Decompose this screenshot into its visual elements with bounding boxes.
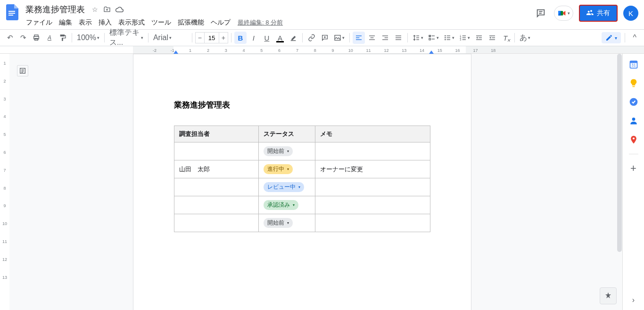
doc-title[interactable]: 業務進捗管理表 — [23, 3, 88, 16]
menu-help[interactable]: ヘルプ — [207, 17, 234, 29]
account-avatar[interactable]: K — [623, 6, 638, 21]
cell-memo[interactable]: オーナーに変更 — [315, 160, 430, 178]
text-color-button[interactable]: A — [274, 32, 286, 44]
zoom-select[interactable]: 100% — [75, 32, 101, 44]
numbered-list-button[interactable]: 123 — [457, 32, 472, 44]
explore-button[interactable] — [600, 287, 617, 304]
status-chip[interactable]: レビュー中 — [264, 182, 304, 192]
table-row[interactable]: 開始前 — [174, 142, 430, 160]
table-row[interactable]: レビュー中 — [174, 178, 430, 196]
indent-inc-button[interactable] — [486, 32, 498, 44]
status-chip[interactable]: 進行中 — [264, 164, 293, 174]
th-status[interactable]: ステータス — [259, 126, 315, 142]
cell-status[interactable]: 開始前 — [259, 214, 315, 232]
clear-format-button[interactable]: T✕ — [499, 32, 512, 44]
cell-memo[interactable] — [315, 214, 430, 232]
status-chip[interactable]: 承認済み — [264, 200, 298, 210]
menu-extensions[interactable]: 拡張機能 — [174, 17, 207, 29]
underline-button[interactable]: U — [261, 32, 273, 44]
highlight-button[interactable] — [287, 32, 299, 44]
cell-assignee[interactable]: 山田 太郎 — [174, 160, 259, 178]
svg-rect-30 — [429, 38, 430, 40]
svg-rect-57 — [632, 86, 635, 87]
hide-menus-button[interactable]: ^ — [629, 32, 640, 44]
svg-point-34 — [445, 37, 446, 39]
cloud-icon[interactable] — [114, 4, 124, 15]
redo-button[interactable]: ↷ — [17, 32, 29, 44]
sidepanel-collapse-icon[interactable]: › — [632, 296, 635, 304]
status-chip[interactable]: 開始前 — [264, 218, 293, 228]
doc-heading[interactable]: 業務進捗管理表 — [174, 100, 430, 110]
tasks-icon[interactable] — [629, 97, 638, 107]
fontsize-inc[interactable]: + — [219, 32, 228, 43]
comment-history-icon[interactable] — [533, 6, 548, 21]
menu-format[interactable]: 表示形式 — [115, 17, 148, 29]
align-justify-button[interactable] — [392, 32, 405, 44]
bullet-list-button[interactable] — [442, 32, 456, 44]
svg-rect-33 — [447, 35, 450, 36]
undo-button[interactable]: ↶ — [4, 32, 16, 44]
fontsize-input[interactable] — [205, 32, 219, 43]
doc-table[interactable]: 調査担当者 ステータス メモ 開始前 山田 太郎 進行中 オーナーに変更 レビュ… — [174, 126, 430, 232]
th-memo[interactable]: メモ — [315, 126, 430, 142]
checklist-button[interactable] — [426, 32, 441, 44]
fontsize-dec[interactable]: − — [195, 32, 205, 43]
table-header-row[interactable]: 調査担当者 ステータス メモ — [174, 126, 430, 142]
cell-assignee[interactable] — [174, 214, 259, 232]
menu-insert[interactable]: 挿入 — [95, 17, 115, 29]
calendar-icon[interactable]: 31 — [629, 59, 638, 69]
comment-button[interactable] — [319, 32, 331, 44]
paint-format-button[interactable] — [57, 32, 69, 44]
cell-status[interactable]: 開始前 — [259, 142, 315, 160]
styles-select[interactable]: 標準テキス... — [107, 32, 145, 44]
cell-status[interactable]: 進行中 — [259, 160, 315, 178]
status-chip[interactable]: 開始前 — [264, 146, 293, 156]
menu-tools[interactable]: ツール — [148, 17, 174, 29]
outline-toggle-icon[interactable] — [17, 65, 28, 76]
link-button[interactable] — [305, 32, 318, 44]
addons-icon[interactable]: + — [629, 164, 638, 173]
menu-view[interactable]: 表示 — [75, 17, 95, 29]
bold-button[interactable]: B — [234, 32, 247, 44]
cell-assignee[interactable] — [174, 196, 259, 214]
star-icon[interactable]: ☆ — [90, 4, 100, 15]
menu-edit[interactable]: 編集 — [56, 17, 75, 29]
vertical-scrollbar[interactable] — [617, 54, 622, 310]
indent-dec-button[interactable] — [473, 32, 485, 44]
ime-button[interactable]: あ — [518, 32, 532, 44]
align-left-button[interactable] — [353, 32, 365, 44]
font-select[interactable]: Arial — [151, 32, 189, 44]
table-row[interactable]: 承認済み — [174, 196, 430, 214]
document-page[interactable]: 業務進捗管理表 調査担当者 ステータス メモ 開始前 山田 太郎 進行中 オーナ… — [133, 54, 471, 310]
th-assignee[interactable]: 調査担当者 — [174, 126, 259, 142]
menu-file[interactable]: ファイル — [23, 17, 56, 29]
cell-assignee[interactable] — [174, 178, 259, 196]
spellcheck-button[interactable]: A — [43, 32, 56, 44]
last-edit-link[interactable]: 最終編集: 8 分前 — [238, 18, 283, 27]
cell-status[interactable]: レビュー中 — [259, 178, 315, 196]
table-row[interactable]: 山田 太郎 進行中 オーナーに変更 — [174, 160, 430, 178]
move-icon[interactable] — [102, 4, 112, 15]
vertical-ruler[interactable]: 12345678910111213 — [0, 54, 9, 310]
cell-memo[interactable] — [315, 178, 430, 196]
share-button[interactable]: 共有 — [579, 5, 618, 22]
scroll-thumb[interactable] — [617, 54, 622, 252]
cell-status[interactable]: 承認済み — [259, 196, 315, 214]
italic-button[interactable]: I — [248, 32, 260, 44]
horizontal-ruler[interactable]: -2-1123456789101112131415161718 — [0, 46, 644, 54]
contacts-icon[interactable] — [629, 116, 638, 126]
keep-icon[interactable] — [629, 78, 638, 88]
cell-assignee[interactable] — [174, 142, 259, 160]
meet-button[interactable]: ▾ — [554, 6, 573, 21]
print-button[interactable] — [30, 32, 42, 44]
align-center-button[interactable] — [366, 32, 378, 44]
align-right-button[interactable] — [379, 32, 391, 44]
image-button[interactable] — [332, 32, 347, 44]
cell-memo[interactable] — [315, 142, 430, 160]
maps-icon[interactable] — [629, 135, 638, 144]
edit-mode-button[interactable]: ▾ — [602, 32, 621, 43]
docs-logo[interactable] — [4, 4, 21, 21]
table-row[interactable]: 開始前 — [174, 214, 430, 232]
cell-memo[interactable] — [315, 196, 430, 214]
line-spacing-button[interactable] — [411, 32, 425, 44]
